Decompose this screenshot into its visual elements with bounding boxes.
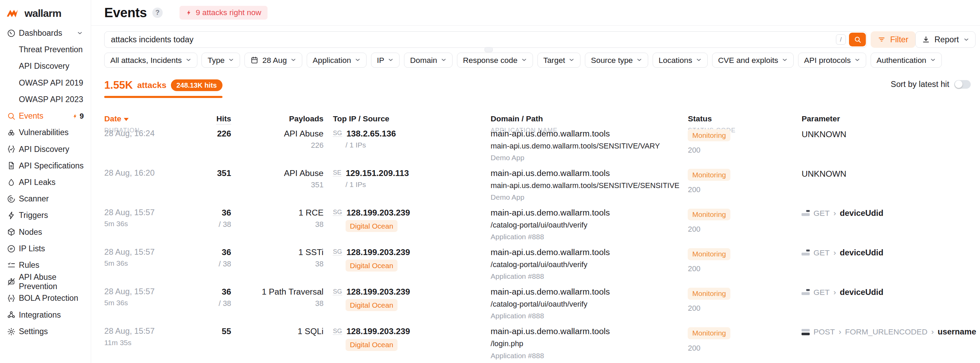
app: wallarm Dashboards Threat Prevention API… (0, 0, 980, 363)
sidebar-item-api-specifications[interactable]: API Specifications (0, 158, 91, 174)
report-button[interactable]: Report (915, 31, 976, 48)
search-icon (854, 36, 861, 43)
event-parameter: GET›deviceUdid (802, 209, 883, 218)
sidebar-item-ip-lists[interactable]: IP IP Lists (0, 240, 91, 257)
sidebar-item-settings[interactable]: Settings (0, 323, 91, 340)
param-name: UNKNOWN (802, 130, 846, 139)
status-badge: Monitoring (688, 327, 730, 339)
search-button[interactable] (849, 33, 866, 46)
sidebar-item-api-discovery[interactable]: API Discovery (0, 141, 91, 158)
event-ip: 129.151.209.113 (345, 169, 409, 178)
event-parameter: UNKNOWN (802, 130, 846, 139)
filter-chip-cve-and-exploits[interactable]: CVE and exploits (712, 53, 794, 68)
event-ip: 128.199.203.239 (346, 287, 410, 296)
bolt-icon (72, 113, 78, 119)
sidebar-subitem-threat-prevention[interactable]: Threat Prevention (0, 41, 91, 58)
collapse-handle[interactable] (485, 47, 493, 52)
sort-caret-icon (124, 118, 129, 121)
event-parameter: UNKNOWN (802, 169, 846, 179)
sidebar-subitem-api-discovery[interactable]: API Discovery (0, 58, 91, 75)
sidebar-item-triggers[interactable]: Triggers (0, 207, 91, 224)
report-button-label: Report (934, 35, 959, 45)
table-row[interactable]: 28 Aug, 15:57 5m 36s 36 / 38 1 RCE 38 SG… (91, 208, 980, 247)
column-hits[interactable]: Hits (216, 114, 231, 124)
chevron-down-icon (930, 56, 935, 65)
page-header: Events ? 9 attacks right now (91, 0, 980, 26)
filter-chip-application[interactable]: Application (307, 53, 367, 68)
event-ip: 128.199.203.239 (346, 208, 410, 217)
active-tab-underline (104, 96, 222, 98)
column-parameter: Parameter (802, 114, 840, 123)
table-row[interactable]: 28 Aug, 15:57 5m 36s 36 / 38 1 SSTi 38 S… (91, 247, 980, 287)
event-application: Demo App (491, 154, 660, 162)
table-row[interactable]: 28 Aug, 16:24 226 API Abuse 226 SG138.2.… (91, 129, 980, 169)
sidebar-item-api-abuse-prevention[interactable]: API Abuse Prevention (0, 274, 91, 290)
status-badge: Monitoring (688, 129, 730, 141)
search-input[interactable] (105, 35, 835, 45)
event-date: 28 Aug, 15:57 (104, 287, 155, 296)
sidebar-item-scanner[interactable]: Scanner (0, 191, 91, 207)
filter-chip-locations[interactable]: Locations (653, 53, 708, 68)
event-date: 28 Aug, 15:57 (104, 326, 155, 336)
filter-button[interactable]: Filter (871, 31, 915, 48)
status-badge: Monitoring (688, 209, 730, 221)
table-row[interactable]: 28 Aug, 15:57 5m 36s 36 / 38 1 Path Trav… (91, 287, 980, 326)
filter-chip-source-type[interactable]: Source type (585, 53, 648, 68)
slash-key-hint: / (836, 34, 846, 45)
sidebar-subitem-owasp-api-2019[interactable]: OWASP API 2019 (0, 75, 91, 91)
event-duration: 5m 36s (104, 259, 155, 267)
filter-chip-api-protocols[interactable]: API protocols (798, 53, 866, 68)
event-domain: main-api.us.demo.wallarm.tools (491, 326, 610, 336)
sidebar-item-api-leaks[interactable]: API Leaks (0, 174, 91, 190)
sidebar-item-nodes[interactable]: Nodes (0, 224, 91, 240)
filter-chip-type[interactable]: Type (202, 53, 240, 68)
event-parameter: GET›deviceUdid (802, 288, 883, 297)
filter-chip-ip[interactable]: IP (371, 53, 400, 68)
table-row[interactable]: 28 Aug, 15:57 11m 35s 55 1 SQLi SG128.19… (91, 326, 980, 363)
sidebar-item-events[interactable]: Events 9 (0, 108, 91, 124)
column-status: Status (688, 114, 712, 123)
event-application: Application #888 (491, 272, 610, 280)
filter-chip-authentication[interactable]: Authentication (871, 53, 942, 68)
wallarm-logo[interactable]: wallarm (0, 0, 91, 19)
event-payload-type: 1 Path Traversal (232, 287, 324, 297)
filter-chip-response-code[interactable]: Response code (457, 53, 533, 68)
country-code: SG (333, 248, 342, 255)
sort-toggle[interactable] (954, 80, 970, 89)
braces-check-icon (7, 145, 16, 154)
sidebar-item-dashboards[interactable]: Dashboards (0, 25, 91, 41)
table-row[interactable]: 28 Aug, 16:20 351 API Abuse 351 SE129.15… (91, 169, 980, 208)
sidebar-nav: Dashboards Threat Prevention API Discove… (0, 25, 91, 340)
column-date[interactable]: Date (104, 114, 121, 123)
event-path: main-api.us.demo.wallarm.tools/SENSITIVE… (491, 142, 660, 151)
filter-chip-all-attacks-incidents[interactable]: All attacks, Incidents (104, 53, 197, 68)
event-date: 28 Aug, 16:20 (104, 169, 155, 178)
param-segment: GET (814, 248, 830, 258)
sidebar-item-rules[interactable]: Rules (0, 257, 91, 273)
event-date: 28 Aug, 15:57 (104, 247, 155, 257)
event-hits: 226 (185, 129, 231, 139)
chevron-right-separator: › (839, 327, 842, 336)
sidebar-item-vulnerabilities[interactable]: Vulnerabilities (0, 124, 91, 141)
chevron-right-separator: › (834, 209, 836, 218)
search-icon (7, 112, 16, 121)
param-segment: POST (814, 327, 835, 336)
sidebar-subitem-owasp-api-2023[interactable]: OWASP API 2023 (0, 91, 91, 108)
sidebar-item-bola-protection[interactable]: ID BOLA Protection (0, 290, 91, 307)
attacks-alert-badge[interactable]: 9 attacks right now (180, 6, 267, 19)
event-application: Application #888 (491, 352, 610, 360)
filter-chip-target[interactable]: Target (538, 53, 581, 68)
filter-chip-domain[interactable]: Domain (404, 53, 452, 68)
help-icon[interactable]: ? (152, 8, 162, 18)
event-payload-type: API Abuse (232, 129, 324, 139)
event-duration: 5m 36s (104, 299, 155, 307)
status-badge: Monitoring (688, 169, 730, 181)
param-name: UNKNOWN (802, 169, 846, 179)
attacks-tab[interactable]: 1.55K attacks 248.13K hits (104, 79, 222, 98)
country-code: SG (333, 208, 342, 216)
filter-chip-28-aug[interactable]: 28 Aug (245, 53, 302, 68)
param-header-icon (802, 249, 810, 256)
event-domain: main-api.us.demo.wallarm.tools (491, 129, 660, 139)
event-path: main-api.us.demo.wallarm.tools/SENSITIVE… (491, 181, 679, 190)
sidebar-item-integrations[interactable]: Integrations (0, 307, 91, 323)
